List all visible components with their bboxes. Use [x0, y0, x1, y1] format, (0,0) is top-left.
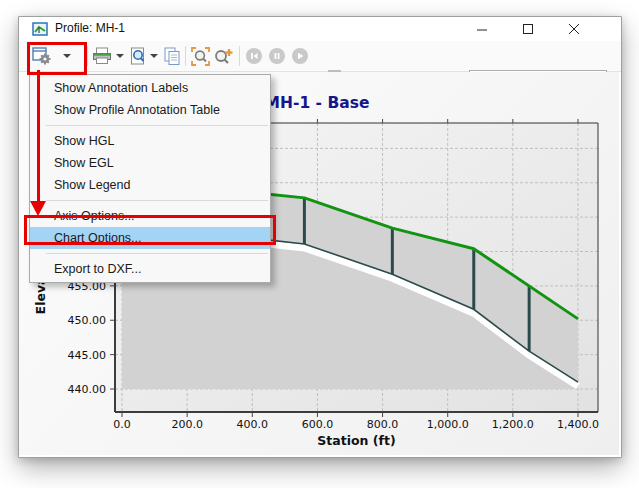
toolbar: Time: — [19, 41, 621, 72]
copy-button[interactable] — [161, 44, 183, 68]
close-icon — [569, 24, 580, 35]
printer-icon — [92, 47, 112, 65]
menu-item-axis-options[interactable]: Axis Options... — [30, 205, 270, 227]
svg-text:1,200.0: 1,200.0 — [492, 418, 534, 431]
menu-item-show-legend[interactable]: Show Legend — [30, 174, 270, 196]
svg-text:1,000.0: 1,000.0 — [427, 418, 469, 431]
svg-text:200.0: 200.0 — [171, 418, 203, 431]
magnifier-brackets-icon — [191, 47, 210, 66]
print-button[interactable] — [91, 44, 113, 68]
svg-text:Station (ft): Station (ft) — [317, 433, 395, 448]
close-button[interactable] — [551, 17, 597, 41]
profile-window-icon — [32, 21, 48, 37]
menu-item-show-hgl[interactable]: Show HGL — [30, 130, 270, 152]
print-dropdown[interactable] — [113, 44, 127, 68]
copy-pages-icon — [163, 47, 181, 66]
toolbar-separator — [239, 46, 240, 66]
context-menu: Show Annotation LabelsShow Profile Annot… — [29, 74, 271, 283]
svg-text:MH-1 - Base: MH-1 - Base — [265, 94, 370, 112]
menu-separator — [46, 200, 268, 201]
maximize-button[interactable] — [505, 17, 551, 41]
window-title: Profile: MH-1 — [55, 21, 125, 35]
play-button[interactable] — [292, 44, 308, 68]
skip-back-icon — [246, 48, 262, 64]
screenshot-root: Profile: MH-1 — [0, 0, 639, 488]
print-preview-button[interactable] — [127, 44, 149, 68]
svg-text:400.0: 400.0 — [237, 418, 269, 431]
minimize-button[interactable] — [459, 17, 505, 41]
svg-text:800.0: 800.0 — [367, 418, 399, 431]
skip-to-start-button[interactable] — [246, 44, 262, 68]
titlebar[interactable]: Profile: MH-1 — [19, 17, 621, 41]
zoom-window-button[interactable] — [211, 44, 235, 68]
window-gear-icon — [32, 46, 52, 66]
pause-button[interactable] — [269, 44, 285, 68]
menu-item-chart-options[interactable]: Chart Options... — [30, 227, 270, 249]
svg-text:600.0: 600.0 — [302, 418, 334, 431]
menu-item-show-profile-annotation-table[interactable]: Show Profile Annotation Table — [30, 99, 270, 121]
menu-item-show-annotation-labels[interactable]: Show Annotation Labels — [30, 77, 270, 99]
play-icon — [292, 48, 308, 64]
page-magnifier-icon — [129, 47, 147, 66]
svg-text:1,400.0: 1,400.0 — [557, 418, 599, 431]
svg-text:450.00: 450.00 — [68, 314, 107, 327]
zoom-extents-button[interactable] — [189, 44, 211, 68]
chevron-down-icon — [150, 54, 158, 58]
toolbar-separator — [185, 46, 186, 66]
toolbar-separator — [87, 46, 88, 66]
menu-separator — [46, 125, 268, 126]
maximize-icon — [523, 24, 534, 35]
magnifier-plus-icon — [213, 47, 233, 66]
svg-text:445.00: 445.00 — [68, 349, 107, 362]
chevron-down-icon — [63, 54, 71, 58]
svg-text:440.00: 440.00 — [68, 383, 107, 396]
svg-text:0.0: 0.0 — [113, 418, 131, 431]
display-options-button[interactable] — [29, 44, 55, 68]
print-preview-dropdown[interactable] — [147, 44, 161, 68]
display-options-dropdown[interactable] — [59, 44, 75, 68]
minimize-icon — [477, 24, 488, 35]
menu-item-export-to-dxf[interactable]: Export to DXF... — [30, 258, 270, 280]
menu-separator — [46, 253, 268, 254]
chevron-down-icon — [116, 54, 124, 58]
chart-area: 0.0200.0400.0600.0800.01,000.01,200.01,4… — [19, 72, 619, 455]
pause-icon — [269, 48, 285, 64]
profile-window: Profile: MH-1 — [18, 16, 622, 458]
menu-item-show-egl[interactable]: Show EGL — [30, 152, 270, 174]
